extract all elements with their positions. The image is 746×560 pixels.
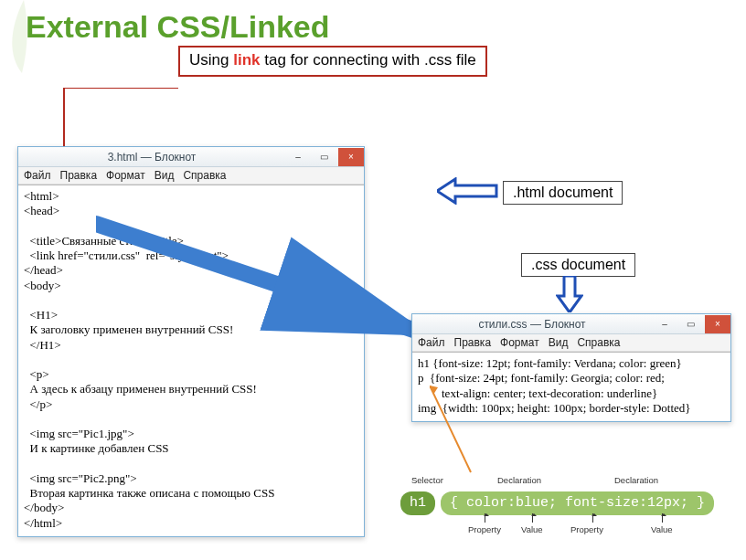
arrow-css-doc-icon	[556, 276, 583, 312]
minimize-button[interactable]: –	[285, 148, 311, 166]
close-button[interactable]: ×	[705, 315, 730, 333]
callout-link-tag: Using link tag for connecting with .css …	[178, 46, 487, 77]
label-property-1: Property	[468, 524, 501, 534]
notepad-html-title: 3.html — Блокнот	[18, 151, 285, 164]
label-value-2: Value	[651, 524, 673, 534]
syntax-selector-pill: h1	[400, 491, 435, 515]
label-selector: Selector	[411, 475, 443, 485]
svg-marker-1	[437, 179, 496, 203]
label-value-1: Value	[521, 524, 543, 534]
notepad-html-menu: Файл Правка Формат Вид Справка	[18, 167, 364, 185]
menu-help[interactable]: Справка	[183, 169, 226, 182]
arrow-html-doc-icon	[437, 177, 501, 205]
css-syntax-diagram: h1 { color:blue; font-size:12px; }	[400, 491, 714, 515]
notepad-css-header: стили.css — Блокнот – ▭ ×	[412, 314, 730, 334]
menu-view[interactable]: Вид	[549, 336, 569, 349]
svg-marker-4	[558, 276, 581, 312]
maximize-button[interactable]: ▭	[677, 315, 703, 333]
notepad-css-menu: Файл Правка Формат Вид Справка	[412, 334, 730, 352]
menu-format[interactable]: Формат	[106, 169, 145, 182]
menu-file[interactable]: Файл	[418, 336, 445, 349]
svg-line-5	[430, 386, 471, 472]
slide-title: External CSS/Linked	[26, 9, 330, 45]
menu-format[interactable]: Формат	[500, 336, 539, 349]
callout-highlight: link	[233, 51, 260, 69]
label-css-document: .css document	[521, 253, 635, 277]
label-html-document: .html document	[503, 181, 623, 205]
label-declaration-2: Declaration	[614, 475, 658, 485]
menu-edit[interactable]: Правка	[60, 169, 98, 182]
close-button[interactable]: ×	[338, 148, 364, 166]
maximize-button[interactable]: ▭	[311, 148, 336, 166]
notepad-html-header: 3.html — Блокнот – ▭ ×	[18, 147, 364, 167]
menu-view[interactable]: Вид	[155, 169, 175, 182]
callout-pre: Using	[189, 51, 233, 69]
arrow-selector-icon	[430, 386, 485, 477]
minimize-button[interactable]: –	[652, 315, 677, 333]
label-property-2: Property	[570, 524, 603, 534]
svg-line-3	[96, 224, 416, 331]
label-declaration-1: Declaration	[497, 475, 541, 485]
menu-file[interactable]: Файл	[24, 169, 51, 182]
menu-help[interactable]: Справка	[577, 336, 620, 349]
menu-edit[interactable]: Правка	[454, 336, 492, 349]
notepad-css-title: стили.css — Блокнот	[412, 318, 652, 331]
callout-post: tag for connecting with .css file	[260, 51, 475, 69]
arrow-link-to-css	[96, 194, 425, 340]
syntax-declaration-pill: { color:blue; font-size:12px; }	[441, 491, 714, 515]
